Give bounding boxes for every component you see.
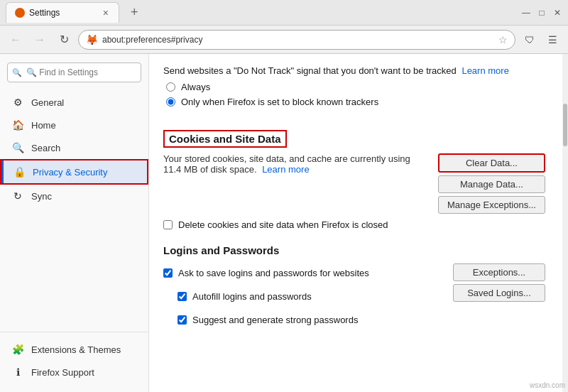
cookies-section-title: Cookies and Site Data	[163, 130, 287, 148]
sidebar-label-home: Home	[31, 120, 56, 131]
dnt-only-when-label: Only when Firefox is set to block known …	[181, 97, 378, 107]
sidebar-item-search[interactable]: 🔍 Search	[0, 136, 148, 159]
shield-icon-btn[interactable]: 🛡	[520, 30, 540, 50]
logins-items: Ask to save logins and passwords for web…	[163, 263, 453, 330]
sidebar-label-extensions: Extensions & Themes	[31, 344, 121, 355]
delete-cookies-label: Delete cookies and site data when Firefo…	[178, 219, 388, 230]
suggest-passwords-item[interactable]: Suggest and generate strong passwords	[178, 315, 453, 325]
tab-close-button[interactable]: ×	[102, 7, 110, 18]
saved-logins-button[interactable]: Saved Logins...	[453, 284, 545, 302]
dnt-label: Send websites a "Do Not Track" signal th…	[163, 65, 545, 76]
manage-exceptions-button[interactable]: Manage Exceptions...	[438, 196, 545, 214]
dnt-only-when-radio[interactable]	[166, 97, 175, 107]
window-controls: — □ ✕	[521, 8, 562, 18]
logins-exceptions-button[interactable]: Exceptions...	[453, 263, 545, 281]
dnt-section: Send websites a "Do Not Track" signal th…	[163, 65, 545, 119]
title-bar: Settings × + — □ ✕	[0, 0, 568, 26]
dnt-always-radio[interactable]	[166, 82, 175, 92]
sidebar-label-sync: Sync	[31, 191, 52, 202]
lock-icon: 🔒	[13, 166, 26, 178]
logins-section-title: Logins and Passwords	[163, 244, 545, 256]
sidebar-spacer	[0, 207, 148, 332]
main-area: 🔍 ⚙ General 🏠 Home 🔍 Search 🔒 Privacy & …	[0, 54, 568, 392]
bookmark-icon: ☆	[498, 34, 508, 45]
sidebar: 🔍 ⚙ General 🏠 Home 🔍 Search 🔒 Privacy & …	[0, 54, 149, 392]
find-in-settings-input[interactable]	[7, 62, 141, 82]
clear-data-button[interactable]: Clear Data...	[438, 153, 545, 173]
reload-button[interactable]: ↻	[54, 30, 74, 50]
forward-button[interactable]: →	[30, 30, 50, 50]
watermark: wsxdn.com	[530, 381, 565, 389]
browser-tab[interactable]: Settings ×	[6, 2, 119, 23]
extensions-icon: 🧩	[11, 344, 24, 355]
new-tab-button[interactable]: +	[124, 1, 146, 24]
support-icon: ℹ	[11, 366, 24, 378]
sidebar-label-general: General	[31, 97, 64, 108]
dnt-only-when-option[interactable]: Only when Firefox is set to block known …	[166, 97, 545, 107]
general-icon: ⚙	[11, 97, 24, 108]
scrollbar-track[interactable]	[562, 54, 568, 392]
sidebar-bottom: 🧩 Extensions & Themes ℹ Firefox Support	[0, 332, 148, 383]
suggest-passwords-checkbox[interactable]	[178, 315, 187, 325]
tab-favicon	[15, 8, 25, 18]
toolbar-right: 🛡 ☰	[520, 30, 562, 50]
autofill-label: Autofill logins and passwords	[192, 291, 312, 302]
dnt-radio-group: Always Only when Firefox is set to block…	[166, 82, 545, 107]
find-in-settings-container: 🔍	[7, 62, 141, 82]
cookies-buttons: Clear Data... Manage Data... Manage Exce…	[438, 153, 545, 214]
address-text: about:preferences#privacy	[102, 35, 494, 45]
autofill-item[interactable]: Autofill logins and passwords	[178, 291, 453, 302]
delete-cookies-checkbox-item[interactable]: Delete cookies and site data when Firefo…	[163, 219, 545, 230]
search-nav-icon: 🔍	[11, 142, 24, 153]
browser-window: Settings × + — □ ✕ ← → ↻ 🦊 about:prefere…	[0, 0, 568, 392]
logins-buttons: Exceptions... Saved Logins...	[453, 263, 545, 302]
address-bar[interactable]: 🦊 about:preferences#privacy ☆	[78, 30, 515, 50]
ask-save-item[interactable]: Ask to save logins and passwords for web…	[163, 268, 453, 278]
cookies-learn-more-link[interactable]: Learn more	[262, 164, 309, 175]
suggest-passwords-label: Suggest and generate strong passwords	[192, 315, 358, 325]
sidebar-item-extensions[interactable]: 🧩 Extensions & Themes	[0, 338, 148, 361]
sidebar-label-privacy: Privacy & Security	[33, 167, 107, 178]
delete-cookies-checkbox[interactable]	[163, 220, 173, 229]
ask-save-checkbox[interactable]	[163, 268, 173, 278]
home-icon: 🏠	[11, 119, 24, 131]
sidebar-item-privacy[interactable]: 🔒 Privacy & Security	[0, 159, 148, 185]
logins-section: Logins and Passwords Ask to save logins …	[163, 244, 545, 330]
firefox-icon: 🦊	[86, 34, 98, 45]
sidebar-item-home[interactable]: 🏠 Home	[0, 114, 148, 136]
sidebar-item-support[interactable]: ℹ Firefox Support	[0, 361, 148, 383]
toolbar: ← → ↻ 🦊 about:preferences#privacy ☆ 🛡 ☰	[0, 26, 568, 54]
manage-data-button[interactable]: Manage Data...	[438, 175, 545, 193]
menu-button[interactable]: ☰	[542, 30, 562, 50]
dnt-always-option[interactable]: Always	[166, 82, 545, 92]
find-search-icon: 🔍	[12, 68, 22, 77]
dnt-description: Send websites a "Do Not Track" signal th…	[163, 65, 457, 76]
scrollbar-thumb[interactable]	[563, 104, 567, 146]
dnt-always-label: Always	[181, 82, 210, 92]
sidebar-item-sync[interactable]: ↻ Sync	[0, 185, 148, 207]
sidebar-label-support: Firefox Support	[31, 367, 94, 378]
dnt-learn-more-link[interactable]: Learn more	[462, 65, 508, 76]
close-button[interactable]: ✕	[552, 8, 562, 18]
minimize-button[interactable]: —	[521, 8, 531, 18]
sidebar-label-search: Search	[31, 143, 60, 153]
sync-icon: ↻	[11, 190, 24, 202]
ask-save-label: Ask to save logins and passwords for web…	[178, 268, 369, 278]
autofill-checkbox[interactable]	[178, 292, 187, 301]
sidebar-item-general[interactable]: ⚙ General	[0, 91, 148, 114]
cookies-description: Your stored cookies, site data, and cach…	[163, 153, 427, 175]
back-button[interactable]: ←	[6, 30, 26, 50]
maximize-button[interactable]: □	[537, 8, 547, 18]
tab-title: Settings	[29, 8, 60, 18]
logins-row: Ask to save logins and passwords for web…	[163, 263, 545, 330]
cookies-row: Your stored cookies, site data, and cach…	[163, 153, 545, 214]
cookies-section: Cookies and Site Data Your stored cookie…	[163, 130, 545, 230]
settings-content: Send websites a "Do Not Track" signal th…	[149, 54, 562, 392]
